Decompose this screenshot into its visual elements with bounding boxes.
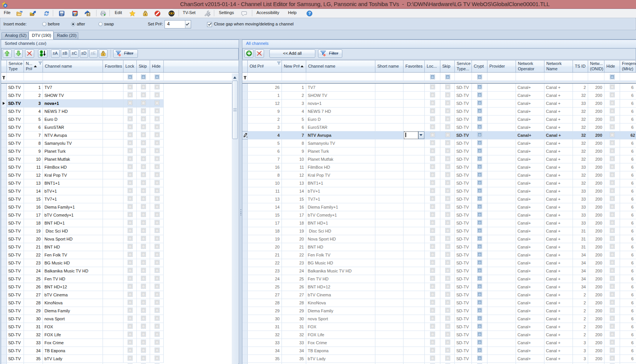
svg-text:?: ? [308,11,311,16]
svg-text:2: 2 [40,53,42,57]
